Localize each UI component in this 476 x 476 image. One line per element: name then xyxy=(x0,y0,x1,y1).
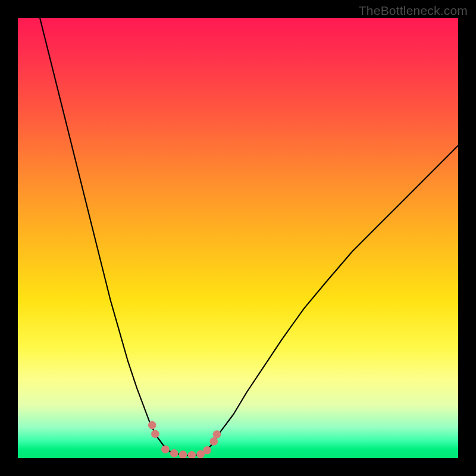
marker-dot xyxy=(188,451,196,458)
watermark-text: TheBottleneck.com xyxy=(359,4,468,18)
curve-right-branch xyxy=(203,146,458,454)
marker-dot xyxy=(210,437,218,446)
marker-dot xyxy=(161,445,170,453)
marker-dot xyxy=(213,430,221,439)
marker-dot xyxy=(179,450,187,458)
curve-left-branch xyxy=(40,18,176,454)
plot-area xyxy=(18,18,458,458)
marker-dot xyxy=(203,446,211,455)
curve-layer xyxy=(18,18,458,458)
chart-frame: TheBottleneck.com xyxy=(0,0,476,476)
marker-dot xyxy=(148,421,156,430)
marker-dot xyxy=(170,449,178,458)
marker-dot xyxy=(151,430,159,439)
